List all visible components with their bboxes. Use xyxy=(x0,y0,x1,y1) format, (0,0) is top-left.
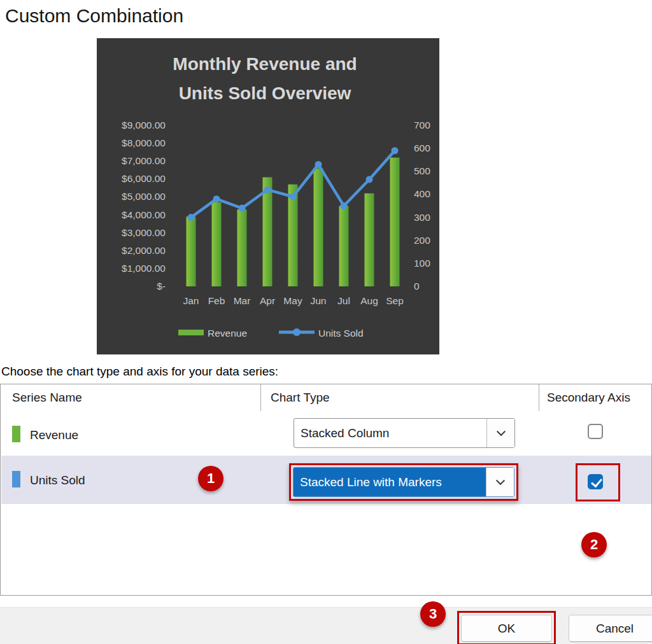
svg-text:$4,000.00: $4,000.00 xyxy=(122,209,166,220)
svg-text:400: 400 xyxy=(414,188,430,199)
svg-text:Apr: Apr xyxy=(260,295,275,306)
header-secondary-axis: Secondary Axis xyxy=(547,391,630,405)
chart-type-value-units-sold: Stacked Line with Markers xyxy=(294,468,486,496)
chart-type-dropdown-button-units-sold[interactable] xyxy=(486,468,514,496)
svg-text:Jun: Jun xyxy=(311,295,327,306)
svg-text:600: 600 xyxy=(414,143,430,153)
secondary-axis-checkbox-revenue[interactable] xyxy=(588,424,603,439)
page-title: Custom Combination xyxy=(5,5,183,27)
svg-text:500: 500 xyxy=(414,165,430,176)
chevron-down-icon xyxy=(495,476,504,485)
cancel-button[interactable]: Cancel xyxy=(569,615,652,642)
instruction-text: Choose the chart type and axis for your … xyxy=(1,365,278,379)
combo-chart-preview: Monthly Revenue andUnits Sold Overview$9… xyxy=(97,38,439,354)
svg-text:$1,000.00: $1,000.00 xyxy=(122,263,166,274)
chart-type-value-revenue: Stacked Column xyxy=(294,419,486,447)
chart-preview: Monthly Revenue andUnits Sold Overview$9… xyxy=(97,38,439,354)
chart-type-dropdown-revenue[interactable]: Stacked Column xyxy=(294,418,515,448)
chart-type-dropdown-units-sold[interactable]: Stacked Line with Markers xyxy=(293,467,514,497)
column-divider xyxy=(539,384,539,411)
svg-text:Aug: Aug xyxy=(360,295,378,306)
svg-text:$-: $- xyxy=(157,281,166,291)
revenue-series-swatch xyxy=(12,426,20,442)
svg-text:100: 100 xyxy=(414,258,430,269)
svg-text:$3,000.00: $3,000.00 xyxy=(122,227,166,238)
step-2-badge: 2 xyxy=(581,532,607,557)
series-table: Series Name Chart Type Secondary Axis Re… xyxy=(0,384,652,596)
svg-text:200: 200 xyxy=(414,235,430,246)
svg-text:Monthly Revenue and: Monthly Revenue and xyxy=(173,54,357,74)
svg-text:Units Sold: Units Sold xyxy=(318,328,364,339)
header-chart-type: Chart Type xyxy=(271,391,330,405)
svg-text:$8,000.00: $8,000.00 xyxy=(122,137,166,148)
column-divider xyxy=(260,384,261,411)
svg-text:300: 300 xyxy=(414,212,430,223)
svg-text:Jul: Jul xyxy=(337,295,350,306)
header-series-name: Series Name xyxy=(12,391,82,405)
step-1-badge: 1 xyxy=(198,466,223,491)
chart-type-dropdown-button-revenue[interactable] xyxy=(486,419,514,447)
chevron-down-icon xyxy=(496,427,505,436)
svg-text:$9,000.00: $9,000.00 xyxy=(122,120,166,130)
svg-text:$2,000.00: $2,000.00 xyxy=(122,245,166,256)
svg-text:700: 700 xyxy=(414,120,430,130)
ok-button[interactable]: OK xyxy=(461,615,552,642)
svg-text:$5,000.00: $5,000.00 xyxy=(122,191,166,202)
svg-text:Units Sold Overview: Units Sold Overview xyxy=(179,83,351,103)
svg-text:Jan: Jan xyxy=(183,295,199,306)
svg-text:Mar: Mar xyxy=(234,295,251,306)
svg-text:Revenue: Revenue xyxy=(208,328,247,339)
secondary-axis-checkbox-units-sold[interactable] xyxy=(588,474,603,489)
custom-combination-dialog: Custom Combination Monthly Revenue andUn… xyxy=(0,0,652,644)
svg-text:$7,000.00: $7,000.00 xyxy=(122,155,166,166)
svg-text:May: May xyxy=(283,295,302,306)
step-3-badge: 3 xyxy=(420,601,446,627)
svg-text:0: 0 xyxy=(414,281,420,291)
svg-text:Feb: Feb xyxy=(208,295,225,306)
chart-type-annotation-box: Stacked Line with Markers xyxy=(289,463,518,501)
revenue-series-label: Revenue xyxy=(30,428,78,442)
units-sold-series-swatch xyxy=(12,471,20,487)
svg-text:Sep: Sep xyxy=(386,295,404,306)
units-sold-series-label: Units Sold xyxy=(30,473,85,487)
svg-text:$6,000.00: $6,000.00 xyxy=(122,173,166,184)
